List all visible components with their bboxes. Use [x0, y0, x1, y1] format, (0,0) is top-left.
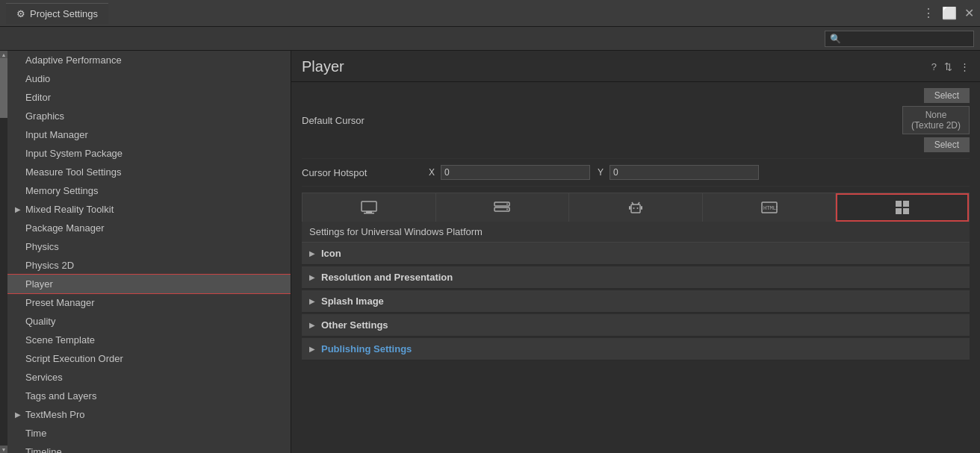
default-cursor-label: Default Cursor — [302, 115, 421, 126]
sidebar-scrollbar[interactable]: ▲ ▼ — [0, 51, 7, 453]
sidebar-item-label: Mixed Reality Toolkit — [25, 204, 114, 215]
sidebar-item-adaptive-performance[interactable]: Adaptive Performance — [7, 51, 291, 69]
section-title: Resolution and Presentation — [321, 272, 453, 283]
sidebar-item-label: Player — [25, 278, 53, 290]
menu-dots-icon[interactable]: ⋮ — [922, 6, 934, 20]
sidebar-item-physics-2d[interactable]: Physics 2D — [7, 256, 291, 275]
section-row-resolution-and-presentation[interactable]: ▶Resolution and Presentation — [302, 266, 970, 289]
section-title: Other Settings — [321, 319, 388, 331]
sidebar-item-scene-template[interactable]: Scene Template — [7, 331, 291, 349]
scroll-up-arrow[interactable]: ▲ — [0, 51, 7, 58]
sidebar-item-label: Memory Settings — [25, 185, 99, 196]
sidebar-item-label: Audio — [25, 73, 50, 84]
sidebar-item-graphics[interactable]: Graphics — [7, 107, 291, 125]
tab-standalone[interactable] — [303, 193, 436, 222]
section-expand-arrow-icon: ▶ — [309, 297, 315, 305]
tab-android[interactable] — [569, 193, 703, 222]
section-title: Icon — [321, 248, 341, 259]
default-cursor-field: Select None(Texture 2D) Select — [902, 88, 970, 152]
sidebar-item-mixed-reality-toolkit[interactable]: ▶Mixed Reality Toolkit — [7, 200, 291, 219]
y-label: Y — [598, 167, 607, 178]
sidebar-item-player[interactable]: Player — [7, 275, 291, 293]
search-bar — [0, 27, 980, 51]
sidebar-item-label: Quality — [25, 316, 55, 327]
sidebar-item-label: Script Execution Order — [25, 353, 123, 364]
cursor-hotspot-label: Cursor Hotspot — [302, 167, 421, 178]
svg-rect-17 — [903, 201, 909, 207]
expand-arrow-icon: ▶ — [15, 410, 21, 419]
sidebar-item-tags-and-layers[interactable]: Tags and Layers — [7, 387, 291, 405]
x-coord-group: X — [429, 165, 590, 180]
title-bar-left: ⚙ Project Settings — [6, 3, 108, 24]
svg-point-6 — [506, 209, 508, 210]
page-title: Player — [302, 58, 344, 75]
sidebar-item-label: Input Manager — [25, 129, 88, 140]
svg-rect-2 — [364, 213, 374, 214]
sidebar-item-label: Input System Package — [25, 148, 122, 159]
section-row-other-settings[interactable]: ▶Other Settings — [302, 314, 970, 337]
sidebar-item-input-manager[interactable]: Input Manager — [7, 125, 291, 144]
sidebar-item-measure-tool-settings[interactable]: Measure Tool Settings — [7, 163, 291, 181]
tab-dedicated-server[interactable] — [436, 193, 570, 222]
sidebar-item-timeline[interactable]: Timeline — [7, 443, 291, 453]
default-cursor-row: Default Cursor Select None(Texture 2D) S… — [302, 82, 970, 159]
sidebar-item-input-system-package[interactable]: Input System Package — [7, 144, 291, 163]
sidebar-item-label: Physics 2D — [25, 260, 74, 271]
sidebar-item-preset-manager[interactable]: Preset Manager — [7, 293, 291, 312]
sidebar-item-label: Tags and Layers — [25, 390, 96, 402]
sidebar-item-audio[interactable]: Audio — [7, 69, 291, 88]
x-input[interactable] — [441, 165, 590, 180]
sidebar-item-label: Package Manager — [25, 222, 105, 234]
y-input[interactable] — [610, 165, 759, 180]
svg-rect-12 — [629, 206, 630, 210]
sections-list: ▶Icon▶Resolution and Presentation▶Splash… — [302, 243, 970, 360]
svg-rect-19 — [903, 208, 909, 214]
sidebar-item-label: Measure Tool Settings — [25, 166, 121, 178]
scroll-down-arrow[interactable]: ▼ — [0, 446, 7, 453]
section-expand-arrow-icon: ▶ — [309, 345, 315, 353]
content-header: Player ? ⇅ ⋮ — [291, 51, 980, 82]
sidebar-item-package-manager[interactable]: Package Manager — [7, 219, 291, 237]
section-expand-arrow-icon: ▶ — [309, 273, 315, 281]
svg-rect-18 — [896, 208, 902, 214]
sidebar-item-quality[interactable]: Quality — [7, 312, 291, 331]
sidebar-item-services[interactable]: Services — [7, 368, 291, 387]
help-icon[interactable]: ? — [931, 61, 937, 72]
default-cursor-select-button-2[interactable]: Select — [924, 137, 970, 152]
svg-text:HTML5: HTML5 — [763, 205, 778, 211]
tab-webgl[interactable]: HTML5 — [703, 193, 837, 222]
scroll-thumb[interactable] — [0, 58, 7, 118]
section-row-icon[interactable]: ▶Icon — [302, 243, 970, 265]
settings-gear-icon: ⚙ — [16, 8, 25, 19]
svg-rect-7 — [631, 204, 640, 213]
default-cursor-select-button[interactable]: Select — [924, 88, 970, 103]
search-input[interactable] — [825, 31, 974, 47]
sidebar-item-editor[interactable]: Editor — [7, 88, 291, 107]
svg-point-5 — [506, 204, 508, 205]
sidebar-wrapper: ▲ ▼ Adaptive PerformanceAudioEditorGraph… — [0, 51, 291, 453]
sidebar-item-label: Editor — [25, 92, 51, 103]
more-options-icon[interactable]: ⋮ — [960, 61, 970, 72]
sidebar-item-label: Preset Manager — [25, 297, 95, 308]
sidebar-item-time[interactable]: Time — [7, 424, 291, 443]
tab-uwp[interactable] — [836, 193, 969, 222]
sidebar-item-textmesh-pro[interactable]: ▶TextMesh Pro — [7, 405, 291, 424]
cursor-hotspot-row: Cursor Hotspot X Y — [302, 159, 970, 187]
sidebar-item-label: Services — [25, 372, 63, 383]
section-title: Splash Image — [321, 296, 384, 307]
default-cursor-texture: None(Texture 2D) — [902, 106, 970, 134]
title-bar-controls[interactable]: ⋮ ⬜ ✕ — [922, 6, 974, 20]
sidebar-item-label: Timeline — [25, 446, 62, 453]
sidebar-item-physics[interactable]: Physics — [7, 237, 291, 256]
section-row-publishing-settings[interactable]: ▶Publishing Settings — [302, 338, 970, 360]
section-title: Publishing Settings — [321, 343, 412, 354]
sidebar-item-memory-settings[interactable]: Memory Settings — [7, 181, 291, 200]
close-icon[interactable]: ✕ — [964, 6, 974, 20]
svg-point-10 — [633, 207, 634, 209]
sidebar-item-label: Scene Template — [25, 334, 95, 346]
section-row-splash-image[interactable]: ▶Splash Image — [302, 290, 970, 313]
sidebar-item-script-execution-order[interactable]: Script Execution Order — [7, 349, 291, 368]
layout-icon[interactable]: ⇅ — [944, 61, 952, 72]
maximize-icon[interactable]: ⬜ — [942, 6, 957, 20]
svg-rect-13 — [641, 206, 642, 210]
